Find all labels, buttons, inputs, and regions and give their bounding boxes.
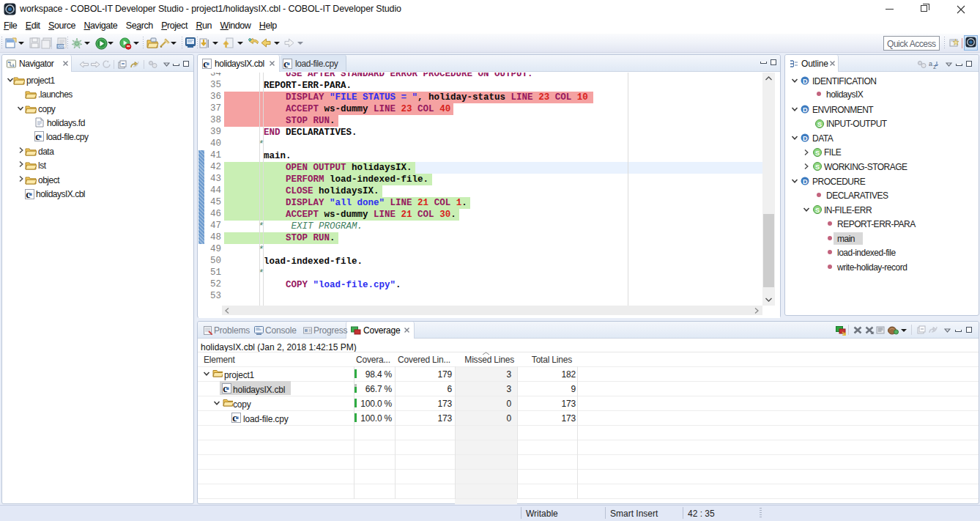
svg-text:D: D	[803, 178, 808, 185]
svg-text:D: D	[803, 135, 808, 142]
svg-text:S: S	[815, 149, 820, 157]
svg-text:S: S	[817, 121, 822, 128]
svg-text:S: S	[815, 163, 820, 171]
svg-text:S: S	[815, 207, 820, 214]
svg-text:COB: COB	[58, 44, 67, 48]
svg-text:D: D	[803, 78, 808, 85]
svg-text:D: D	[803, 106, 808, 114]
